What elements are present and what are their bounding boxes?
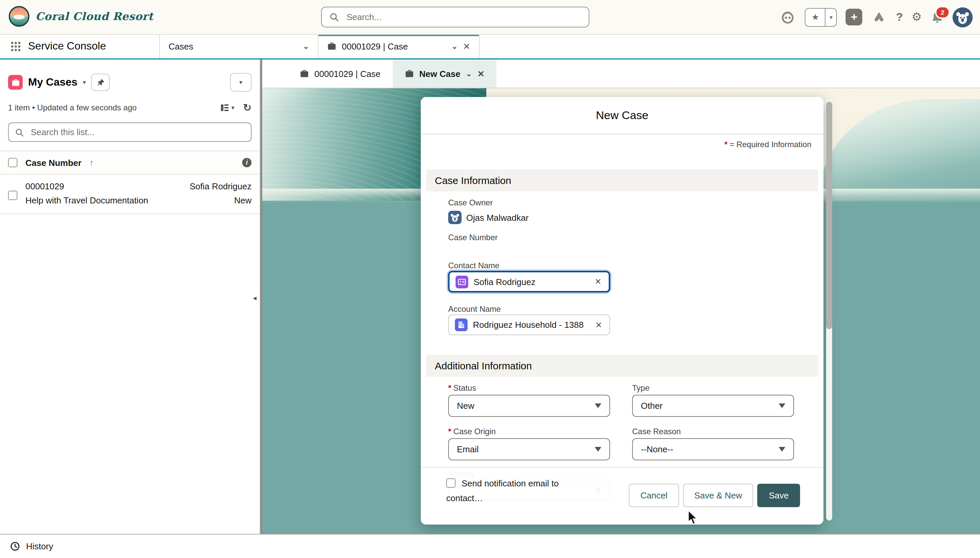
new-case-modal: New Case *= Required Information Case In… [421, 97, 823, 525]
column-case-number[interactable]: Case Number [25, 158, 82, 167]
row-subject: Help with Travel Documentation [25, 195, 148, 205]
remove-contact-icon[interactable] [593, 277, 603, 286]
contact-name-lookup[interactable]: Sofia Rodriguez [448, 271, 610, 292]
type-select[interactable]: Other [632, 395, 794, 417]
account-name-label: Account Name [448, 304, 501, 314]
subtab-new-case[interactable]: New Case [393, 59, 497, 88]
modal-title: New Case [596, 109, 649, 122]
guidance-center-icon[interactable] [871, 9, 887, 25]
global-search-input[interactable] [345, 11, 581, 23]
favorites-button[interactable]: ★ [805, 8, 837, 26]
case-briefcase-icon [405, 69, 414, 78]
notifications-bell-icon[interactable]: 2 [931, 10, 944, 24]
list-header: My Cases [0, 73, 259, 92]
scrollbar-thumb[interactable] [826, 102, 832, 329]
contact-name-value: Sofia Rodriguez [474, 277, 588, 287]
select-caret-icon [595, 447, 601, 451]
remove-account-icon[interactable] [594, 320, 603, 330]
status-select[interactable]: New [448, 395, 610, 417]
brand-name: Coral Cloud Resort [36, 10, 153, 23]
select-caret-icon [778, 447, 785, 451]
row-status: New [190, 195, 252, 205]
display-as-button[interactable] [220, 103, 234, 112]
row-case-number[interactable]: 00001029 [25, 181, 148, 191]
user-avatar[interactable] [952, 7, 973, 27]
subtab-close-icon[interactable] [477, 69, 485, 79]
account-name-lookup[interactable]: Rodriguez Household - 1388 [448, 315, 610, 335]
help-icon[interactable] [896, 10, 903, 24]
case-object-icon [8, 75, 23, 90]
main-region: 00001029 | Case New Case New Case [262, 59, 980, 535]
history-clock-icon [10, 541, 20, 551]
row-contact-name: Sofia Rodriguez [190, 181, 252, 191]
app-launcher-icon[interactable] [11, 41, 21, 51]
case-reason-select[interactable]: --None-- [632, 438, 794, 460]
my-cases-panel: My Cases 1 item • Updated a few seconds … [0, 59, 260, 535]
subtab-case[interactable]: 00001029 | Case [288, 59, 393, 88]
star-icon[interactable]: ★ [806, 12, 825, 22]
favorites-caret-icon[interactable] [826, 14, 836, 20]
case-number-label: Case Number [448, 233, 498, 242]
einstein-assistant-icon[interactable] [780, 9, 796, 25]
case-list-row[interactable]: 00001029 Help with Travel Documentation … [0, 175, 259, 214]
contact-icon [456, 275, 468, 288]
case-briefcase-icon [327, 41, 336, 51]
list-search-input[interactable] [29, 126, 245, 138]
app-name: Service Console [28, 40, 159, 52]
header-actions: ★ 2 [780, 0, 973, 34]
list-view-title: My Cases [28, 76, 78, 88]
list-view-caret-icon[interactable] [83, 79, 86, 85]
modal-footer: Send notification email to contact… Canc… [421, 467, 823, 525]
owner-avatar [448, 211, 462, 224]
notify-contact-checkbox[interactable] [446, 478, 456, 488]
row-checkbox[interactable] [8, 191, 17, 200]
resort-logo-icon [9, 6, 29, 27]
required-info-note: *= Required Information [724, 140, 811, 149]
required-asterisk: * [724, 140, 728, 149]
info-icon[interactable] [242, 158, 252, 167]
utility-bar: History [0, 534, 980, 558]
global-actions-add-icon[interactable] [846, 9, 863, 25]
menu-caret-icon [239, 79, 242, 85]
select-all-checkbox[interactable] [8, 158, 17, 167]
modal-body: *= Required Information Case Information… [421, 135, 823, 525]
tab-close-icon[interactable] [463, 41, 470, 51]
sort-ascending-icon[interactable] [90, 158, 93, 167]
history-utility-item[interactable]: History [26, 541, 53, 551]
collapse-panel-icon[interactable] [253, 294, 257, 302]
setup-gear-icon[interactable] [912, 10, 922, 24]
pin-icon [96, 78, 105, 87]
tab-caret-icon[interactable] [452, 42, 457, 51]
nav-item-caret-icon[interactable] [303, 42, 309, 51]
modal-scrollbar[interactable] [826, 99, 832, 520]
account-icon [455, 318, 468, 331]
save-button[interactable]: Save [757, 484, 800, 507]
pin-list-button[interactable] [91, 74, 110, 91]
cancel-button[interactable]: Cancel [629, 484, 679, 507]
list-meta-row: 1 item • Updated a few seconds ago [0, 102, 259, 114]
case-briefcase-icon [300, 69, 309, 78]
workspace-tab-case[interactable]: 00001029 | Case [318, 34, 480, 58]
workarea: My Cases 1 item • Updated a few seconds … [0, 59, 980, 535]
case-origin-select[interactable]: Email [448, 438, 610, 460]
nav-item-cases[interactable]: Cases [160, 34, 318, 58]
case-owner-value: Ojas Malwadkar [448, 211, 528, 224]
subtab-caret-icon[interactable] [465, 69, 472, 78]
section-case-information[interactable]: Case Information [426, 169, 818, 191]
list-column-header: Case Number [0, 151, 259, 175]
global-header: Coral Cloud Resort ★ 2 [0, 0, 980, 35]
case-owner-label: Case Owner [448, 198, 493, 207]
list-search[interactable] [8, 122, 252, 142]
list-meta: 1 item • Updated a few seconds ago [8, 103, 137, 112]
list-actions-menu-button[interactable] [230, 73, 252, 92]
case-reason-label: Case Reason [632, 427, 681, 436]
section-additional-information[interactable]: Additional Information [426, 354, 818, 377]
mouse-cursor [688, 510, 700, 526]
refresh-icon[interactable] [243, 102, 252, 114]
save-and-new-button[interactable]: Save & New [683, 484, 754, 507]
notify-contact-field[interactable]: Send notification email to contact… [446, 476, 580, 506]
select-caret-icon [595, 404, 601, 408]
status-label: *Status [448, 383, 476, 393]
console-navbar: Service Console Cases 00001029 | Case [0, 34, 980, 59]
global-search[interactable] [321, 7, 589, 28]
